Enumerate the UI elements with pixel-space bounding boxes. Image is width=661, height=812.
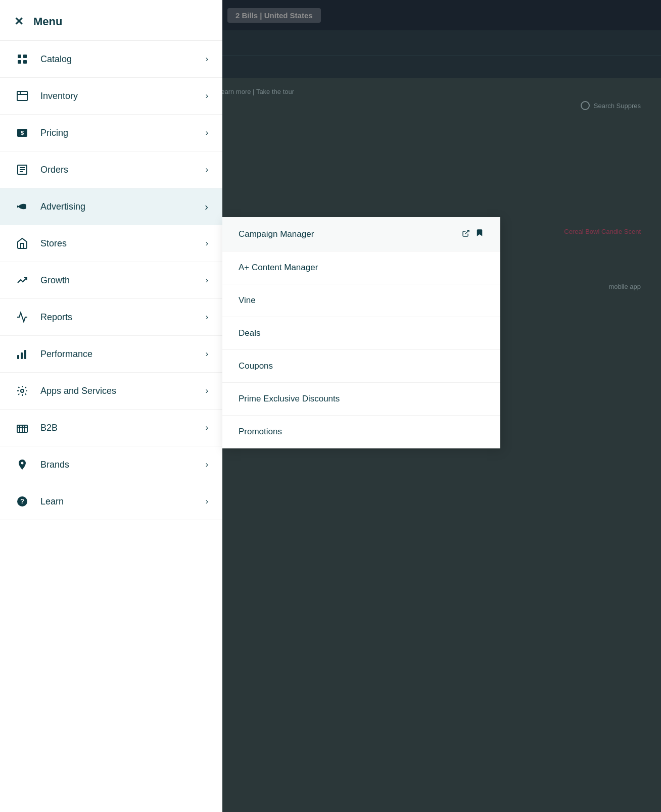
svg-rect-14 — [17, 355, 19, 359]
submenu-item-label: A+ Content Manager — [239, 263, 484, 273]
menu-list: Catalog › Inventory › $ Pr — [0, 41, 222, 520]
sidebar-item-label: Pricing — [40, 128, 206, 138]
svg-rect-1 — [23, 55, 27, 58]
catalog-icon — [14, 51, 30, 67]
sidebar-item-apps-services[interactable]: Apps and Services › — [0, 373, 222, 410]
chevron-right-icon: › — [206, 128, 208, 137]
sidebar-item-performance[interactable]: Performance › — [0, 336, 222, 373]
sidebar-item-label: Performance — [40, 349, 206, 360]
sidebar-item-label: Brands — [40, 460, 206, 470]
sidebar-item-reports[interactable]: Reports › — [0, 299, 222, 336]
orders-icon — [14, 162, 30, 178]
sidebar-item-catalog[interactable]: Catalog › — [0, 41, 222, 78]
submenu-item-label: Campaign Manager — [239, 229, 459, 239]
submenu-item-label: Deals — [239, 328, 484, 338]
brands-icon — [14, 456, 30, 473]
b2b-icon — [14, 420, 30, 436]
submenu-item-deals[interactable]: Deals — [222, 317, 500, 350]
sidebar-item-label: Orders — [40, 165, 206, 175]
submenu-item-label: Promotions — [239, 427, 484, 437]
advertising-icon — [14, 198, 30, 215]
svg-point-17 — [21, 389, 24, 392]
svg-rect-3 — [23, 60, 27, 64]
submenu-item-vine[interactable]: Vine — [222, 284, 500, 317]
submenu-item-aplus-content[interactable]: A+ Content Manager — [222, 251, 500, 284]
sidebar-menu: ✕ Menu Catalog › — [0, 0, 222, 812]
svg-rect-0 — [18, 55, 21, 58]
submenu-item-promotions[interactable]: Promotions — [222, 416, 500, 448]
chevron-right-icon: › — [206, 313, 208, 322]
chevron-right-icon: › — [206, 276, 208, 285]
inventory-icon — [14, 88, 30, 104]
performance-icon — [14, 346, 30, 362]
submenu-item-campaign-manager[interactable]: Campaign Manager — [222, 217, 500, 251]
chevron-right-icon: › — [206, 55, 208, 64]
svg-line-26 — [465, 230, 469, 234]
svg-point-23 — [21, 462, 23, 464]
sidebar-item-label: Apps and Services — [40, 386, 206, 396]
chevron-right-icon: › — [205, 201, 208, 213]
svg-rect-16 — [24, 350, 26, 359]
svg-text:?: ? — [20, 497, 24, 505]
svg-rect-15 — [21, 352, 23, 359]
sidebar-item-label: Advertising — [40, 201, 205, 212]
growth-icon — [14, 272, 30, 288]
menu-title: Menu — [33, 15, 62, 28]
reports-icon — [14, 309, 30, 325]
submenu-item-label: Prime Exclusive Discounts — [239, 394, 484, 404]
svg-text:$: $ — [21, 130, 24, 136]
submenu-item-prime-discounts[interactable]: Prime Exclusive Discounts — [222, 383, 500, 416]
chevron-right-icon: › — [206, 349, 208, 359]
learn-icon: ? — [14, 493, 30, 510]
sidebar-item-learn[interactable]: ? Learn › — [0, 483, 222, 520]
sidebar-item-label: Stores — [40, 238, 206, 249]
apps-services-icon — [14, 383, 30, 399]
bookmark-icon[interactable] — [475, 228, 484, 240]
close-icon[interactable]: ✕ — [14, 15, 23, 28]
sidebar-item-brands[interactable]: Brands › — [0, 446, 222, 483]
chevron-right-icon: › — [206, 497, 208, 506]
sidebar-item-growth[interactable]: Growth › — [0, 262, 222, 299]
svg-rect-2 — [18, 60, 21, 64]
sidebar-item-label: Growth — [40, 275, 206, 286]
sidebar-item-label: Inventory — [40, 91, 206, 102]
chevron-right-icon: › — [206, 386, 208, 395]
sidebar-item-label: B2B — [40, 423, 206, 433]
sidebar-header: ✕ Menu — [0, 0, 222, 41]
submenu-panel: Campaign Manager A+ Content Manager Vine… — [222, 217, 500, 448]
pricing-icon: $ — [14, 125, 30, 141]
chevron-right-icon: › — [206, 91, 208, 100]
submenu-item-label: Vine — [239, 295, 484, 306]
external-link-icon — [462, 229, 470, 239]
stores-icon — [14, 235, 30, 251]
chevron-right-icon: › — [206, 165, 208, 174]
sidebar-item-label: Catalog — [40, 54, 206, 65]
sidebar-item-pricing[interactable]: $ Pricing › — [0, 115, 222, 151]
sidebar-item-label: Reports — [40, 312, 206, 323]
sidebar-item-inventory[interactable]: Inventory › — [0, 78, 222, 115]
chevron-right-icon: › — [206, 239, 208, 248]
chevron-right-icon: › — [206, 423, 208, 432]
sidebar-item-advertising[interactable]: Advertising › — [0, 188, 222, 225]
sidebar-item-stores[interactable]: Stores › — [0, 225, 222, 262]
svg-rect-4 — [17, 91, 27, 100]
submenu-item-coupons[interactable]: Coupons — [222, 350, 500, 383]
sidebar-item-b2b[interactable]: B2B › — [0, 410, 222, 446]
sidebar-item-label: Learn — [40, 496, 206, 507]
sidebar-item-orders[interactable]: Orders › — [0, 151, 222, 188]
chevron-right-icon: › — [206, 460, 208, 469]
submenu-item-label: Coupons — [239, 361, 484, 371]
